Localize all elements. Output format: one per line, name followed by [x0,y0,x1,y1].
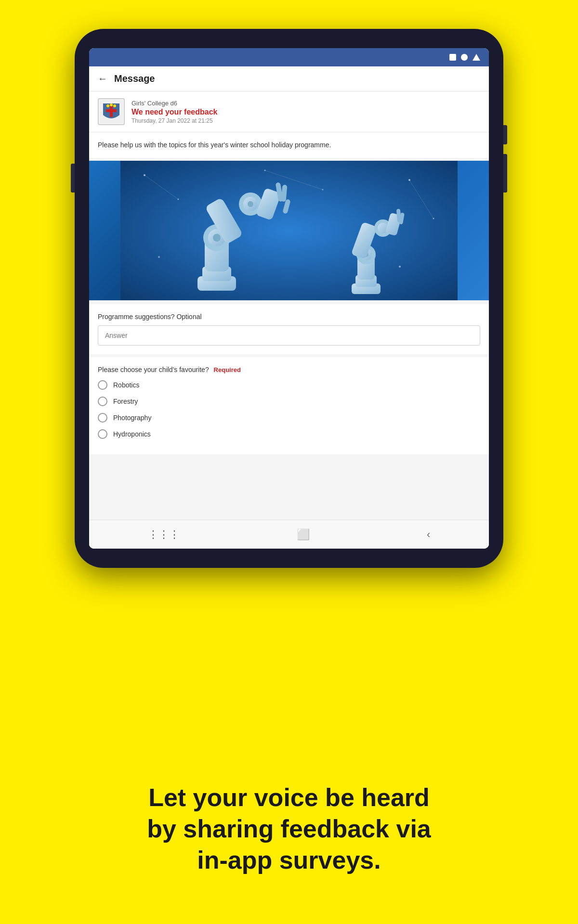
svg-point-23 [213,234,221,242]
radio-label-robotics: Robotics [113,381,139,389]
battery-icon [449,54,456,61]
side-button-right-top [503,125,507,144]
radio-option-forestry[interactable]: Forestry [98,397,480,406]
answer-input[interactable] [98,325,480,346]
radio-option-hydroponics[interactable]: Hydroponics [98,429,480,439]
robot-illustration [89,161,489,300]
message-sender: Girls' College d6 We need your feedback … [89,91,489,132]
back-button[interactable]: ← [98,73,107,84]
sender-subject: We need your feedback [131,108,217,116]
wifi-icon [473,54,480,61]
app-content: ← Message [89,66,489,549]
radio-circle-hydroponics [98,429,107,439]
scroll-content[interactable]: Please help us with the topics for this … [89,132,489,520]
back-nav-icon[interactable]: ‹ [427,528,430,541]
body-message: Please help us with the topics for this … [98,141,331,149]
tagline-line3: in-app surveys. [197,846,381,874]
home-icon[interactable]: ⬜ [297,528,310,541]
radio-circle-forestry [98,397,107,406]
tagline-section: Let your voice be heard by sharing feedb… [0,782,578,876]
survey-section: Programme suggestions? Optional [89,304,489,354]
svg-point-5 [113,104,116,107]
radio-section: Please choose your child's favourite? Re… [89,357,489,454]
robot-image [89,161,489,300]
svg-point-27 [248,201,253,207]
page-title: Message [114,73,155,84]
app-header: ← Message [89,66,489,91]
tagline-line2: by sharing feedback via [147,815,431,843]
sender-date: Thursday, 27 Jan 2022 at 21:25 [131,117,217,124]
tagline-text: Let your voice be heard by sharing feedb… [39,782,539,876]
svg-point-11 [158,256,160,258]
radio-option-photography[interactable]: Photography [98,413,480,423]
required-badge: Required [214,366,241,373]
side-button-left [71,164,75,192]
tablet-screen: ← Message [89,48,489,549]
radio-question: Please choose your child's favourite? Re… [98,366,480,373]
sender-info: Girls' College d6 We need your feedback … [131,100,217,124]
survey-label: Programme suggestions? Optional [98,313,480,321]
side-button-right-bottom [503,154,507,192]
radio-circle-photography [98,413,107,423]
svg-rect-2 [106,109,117,112]
radio-label-hydroponics: Hydroponics [113,430,151,438]
tablet-device: ← Message [75,29,503,568]
svg-rect-6 [120,161,458,300]
svg-point-4 [110,103,113,106]
svg-point-3 [106,104,109,107]
radio-option-robotics[interactable]: Robotics [98,380,480,390]
radio-label-photography: Photography [113,414,151,422]
signal-icon [461,54,468,61]
svg-point-12 [399,266,401,268]
radio-circle-robotics [98,380,107,390]
sender-avatar [98,98,125,125]
sender-org: Girls' College d6 [131,100,217,107]
bottom-space [89,457,489,476]
radio-label-forestry: Forestry [113,398,138,405]
status-bar [89,48,489,66]
menu-icon[interactable]: ⋮⋮⋮ [148,528,180,541]
tagline-line1: Let your voice be heard [148,783,430,811]
radio-question-text: Please choose your child's favourite? [98,366,209,373]
bottom-nav: ⋮⋮⋮ ⬜ ‹ [89,520,489,549]
body-text: Please help us with the topics for this … [89,132,489,158]
